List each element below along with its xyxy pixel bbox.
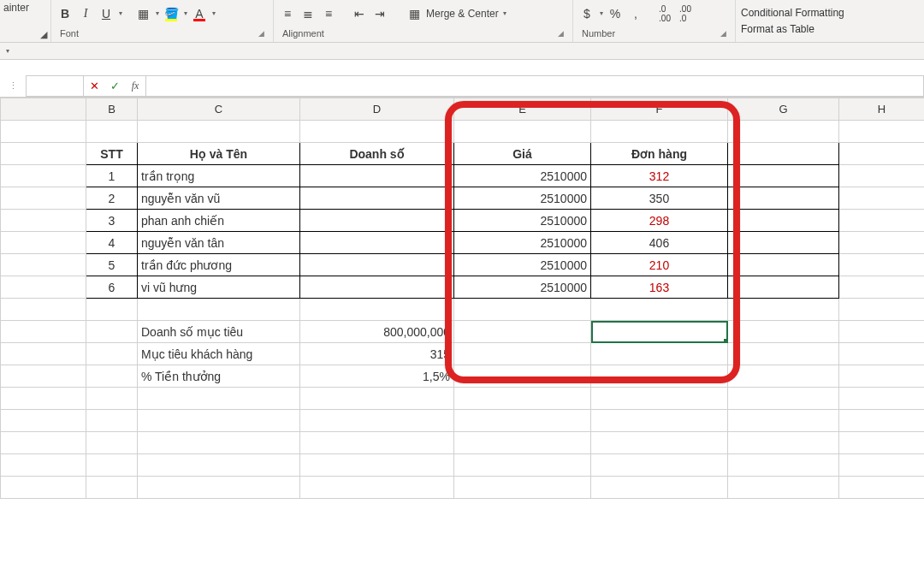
format-painter-label[interactable]: ainter [0,0,50,15]
col-header[interactable]: D [300,98,454,121]
dialog-launcher-icon[interactable]: ◢ [720,29,726,38]
chevron-down-icon[interactable]: ▾ [184,9,187,17]
cell-stt[interactable]: 2 [86,187,138,210]
cell-gia[interactable]: 2510000 [454,165,591,187]
active-cell[interactable] [591,321,728,343]
cell-doanhso[interactable] [300,165,454,187]
cell-stt[interactable]: 3 [86,210,138,232]
summary-label[interactable]: % Tiền thưởng [138,365,300,388]
merge-icon: ▦ [406,5,423,22]
cell-hoten[interactable]: vi vũ hưng [138,276,300,299]
accounting-format-button[interactable]: $ [578,5,595,22]
cell-blank[interactable] [728,254,839,276]
col-header[interactable]: B [86,98,138,121]
cell-doanhso[interactable] [300,276,454,299]
cell-stt[interactable]: 4 [86,232,138,254]
borders-button[interactable]: ▦ [134,5,151,22]
group-label: Number [582,28,615,39]
underline-button[interactable]: U [98,5,115,22]
ribbon: ainter ◢ B I U▾ ▦▾ 🪣▾ A▾ Font◢ ≡ ≣ ≡ ⇤ ⇥… [0,0,924,43]
cancel-icon[interactable]: ✕ [84,80,104,92]
cell-gia[interactable]: 2510000 [454,276,591,299]
formula-input[interactable] [146,75,924,97]
cell-hoten[interactable]: nguyễn văn tân [138,232,300,254]
cell-doanhso[interactable] [300,210,454,232]
decrease-decimal-button[interactable]: .00.0 [677,5,694,22]
align-right-button[interactable]: ≡ [320,5,337,22]
chevron-down-icon[interactable]: ▾ [119,9,122,17]
summary-label[interactable]: Mục tiêu khách hàng [138,343,300,365]
align-center-button[interactable]: ≣ [299,5,317,22]
fx-button[interactable]: fx [125,80,145,92]
cell-blank[interactable] [728,187,839,210]
decrease-indent-button[interactable]: ⇤ [351,5,368,22]
col-header[interactable]: G [728,98,839,121]
chevron-down-icon[interactable]: ▾ [600,9,603,17]
chevron-down-icon[interactable]: ▾ [156,9,159,17]
cell-doanhso[interactable] [300,254,454,276]
cell-doanhso[interactable] [300,187,454,210]
percent-format-button[interactable]: % [607,5,624,22]
font-color-button[interactable]: A [191,5,208,22]
comma-format-button[interactable]: , [627,5,644,22]
column-header-row: B C D E F G H [1,98,925,121]
dialog-launcher-icon[interactable]: ◢ [558,29,564,38]
cell-gia[interactable]: 2510000 [454,210,591,232]
col-header[interactable]: E [454,98,591,121]
cell-hoten[interactable]: trần trọng [138,165,300,187]
cell-hoten[interactable]: nguyễn văn vũ [138,187,300,210]
table-header[interactable]: Họ và Tên [138,143,300,165]
cell-stt[interactable]: 6 [86,276,138,299]
group-label: Font [60,28,79,39]
table-row: 2nguyễn văn vũ2510000350 [1,187,925,210]
table-header[interactable]: Giá [454,143,591,165]
col-header[interactable] [1,98,86,121]
cell-donhang[interactable]: 350 [591,187,728,210]
summary-value[interactable]: 1,5% [300,365,454,388]
cell-donhang[interactable]: 406 [591,232,728,254]
col-header[interactable]: H [839,98,925,121]
worksheet[interactable]: B C D E F G H STT Họ và Tên Doanh số Giá… [0,98,924,499]
cell-stt[interactable]: 5 [86,254,138,276]
name-box[interactable] [26,75,84,97]
merge-center-button[interactable]: Merge & Center [426,8,499,20]
table-header[interactable]: STT [86,143,138,165]
cell-gia[interactable]: 2510000 [454,187,591,210]
conditional-formatting-button[interactable]: Conditional Formatting [741,7,844,19]
cell-donhang[interactable]: 312 [591,165,728,187]
cell-blank[interactable] [728,165,839,187]
chevron-down-icon[interactable]: ▾ [503,9,506,17]
customise-qat-icon[interactable]: ▾ [6,47,9,55]
cell-blank[interactable] [728,232,839,254]
increase-decimal-button[interactable]: .0.00 [656,5,673,22]
cell-donhang[interactable]: 210 [591,254,728,276]
enter-icon[interactable]: ✓ [104,80,125,92]
cell-hoten[interactable]: trần đức phương [138,254,300,276]
cell-donhang[interactable]: 163 [591,276,728,299]
format-as-table-button[interactable]: Format as Table [741,23,814,35]
align-left-button[interactable]: ≡ [279,5,296,22]
italic-button[interactable]: I [77,5,94,22]
cell-stt[interactable]: 1 [86,165,138,187]
fill-color-button[interactable]: 🪣 [163,5,180,22]
chevron-down-icon[interactable]: ▾ [212,9,216,17]
cell-blank[interactable] [728,210,839,232]
summary-label[interactable]: Doanh số mục tiêu [138,321,300,343]
summary-value[interactable]: 315 [300,343,454,365]
cell-gia[interactable]: 2510000 [454,232,591,254]
col-header[interactable]: C [138,98,300,121]
increase-indent-button[interactable]: ⇥ [371,5,388,22]
cell-doanhso[interactable] [300,232,454,254]
bold-button[interactable]: B [56,5,74,22]
cell-gia[interactable]: 2510000 [454,254,591,276]
summary-value[interactable]: 800,000,000 [300,321,454,343]
cell-blank[interactable] [728,276,839,299]
table-row: 3phan anh chiến2510000298 [1,210,925,232]
cell-hoten[interactable]: phan anh chiến [138,210,300,232]
table-header[interactable]: Đơn hàng [591,143,728,165]
col-header[interactable]: F [591,98,728,121]
cell-donhang[interactable]: 298 [591,210,728,232]
table-header[interactable]: Doanh số [300,143,454,165]
dialog-launcher-icon[interactable]: ◢ [40,29,47,40]
dialog-launcher-icon[interactable]: ◢ [258,29,264,38]
